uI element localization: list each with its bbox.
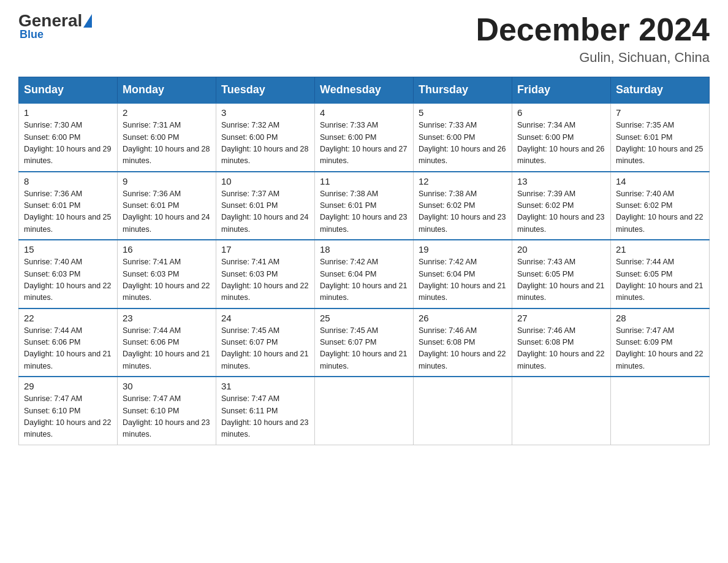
day-number: 16 xyxy=(123,244,211,255)
day-info: Sunrise: 7:44 AMSunset: 6:06 PMDaylight:… xyxy=(24,325,112,373)
page-header: General Blue December 2024 Gulin, Sichua… xyxy=(18,12,710,66)
day-number: 9 xyxy=(123,176,211,186)
day-number: 8 xyxy=(24,176,112,186)
day-number: 7 xyxy=(616,107,704,118)
calendar-day-cell: 9Sunrise: 7:36 AMSunset: 6:01 PMDaylight… xyxy=(118,172,216,240)
day-info: Sunrise: 7:47 AMSunset: 6:11 PMDaylight:… xyxy=(221,393,309,441)
calendar-day-cell: 23Sunrise: 7:44 AMSunset: 6:06 PMDayligh… xyxy=(118,308,216,377)
calendar-day-cell xyxy=(315,377,414,445)
weekday-header-sunday: Sunday xyxy=(19,77,118,104)
calendar-week-row: 15Sunrise: 7:40 AMSunset: 6:03 PMDayligh… xyxy=(19,240,710,308)
day-number: 21 xyxy=(616,244,704,255)
day-number: 28 xyxy=(616,313,704,323)
day-number: 26 xyxy=(419,313,507,323)
day-info: Sunrise: 7:47 AMSunset: 6:10 PMDaylight:… xyxy=(123,393,211,441)
calendar-day-cell: 12Sunrise: 7:38 AMSunset: 6:02 PMDayligh… xyxy=(414,172,512,240)
day-info: Sunrise: 7:41 AMSunset: 6:03 PMDaylight:… xyxy=(221,256,309,304)
day-info: Sunrise: 7:39 AMSunset: 6:02 PMDaylight:… xyxy=(517,188,605,236)
calendar-day-cell: 6Sunrise: 7:34 AMSunset: 6:00 PMDaylight… xyxy=(512,103,611,172)
calendar-day-cell: 7Sunrise: 7:35 AMSunset: 6:01 PMDaylight… xyxy=(611,103,710,172)
calendar-day-cell xyxy=(414,377,512,445)
day-info: Sunrise: 7:35 AMSunset: 6:01 PMDaylight:… xyxy=(616,120,704,167)
calendar-day-cell: 29Sunrise: 7:47 AMSunset: 6:10 PMDayligh… xyxy=(19,377,118,445)
day-number: 14 xyxy=(616,176,704,186)
day-number: 1 xyxy=(24,107,112,118)
calendar-day-cell: 14Sunrise: 7:40 AMSunset: 6:02 PMDayligh… xyxy=(611,172,710,240)
calendar-day-cell: 10Sunrise: 7:37 AMSunset: 6:01 PMDayligh… xyxy=(216,172,315,240)
day-info: Sunrise: 7:46 AMSunset: 6:08 PMDaylight:… xyxy=(517,325,605,373)
day-info: Sunrise: 7:33 AMSunset: 6:00 PMDaylight:… xyxy=(419,120,507,167)
day-number: 27 xyxy=(517,313,605,323)
day-number: 20 xyxy=(517,244,605,255)
day-info: Sunrise: 7:30 AMSunset: 6:00 PMDaylight:… xyxy=(24,120,112,167)
calendar-day-cell: 17Sunrise: 7:41 AMSunset: 6:03 PMDayligh… xyxy=(216,240,315,308)
day-number: 23 xyxy=(123,313,211,323)
calendar-week-row: 22Sunrise: 7:44 AMSunset: 6:06 PMDayligh… xyxy=(19,308,710,377)
calendar-day-cell: 5Sunrise: 7:33 AMSunset: 6:00 PMDaylight… xyxy=(414,103,512,172)
calendar-day-cell: 1Sunrise: 7:30 AMSunset: 6:00 PMDaylight… xyxy=(19,103,118,172)
day-info: Sunrise: 7:41 AMSunset: 6:03 PMDaylight:… xyxy=(123,256,211,304)
calendar-day-cell: 3Sunrise: 7:32 AMSunset: 6:00 PMDaylight… xyxy=(216,103,315,172)
day-info: Sunrise: 7:44 AMSunset: 6:05 PMDaylight:… xyxy=(616,256,704,304)
calendar-day-cell: 2Sunrise: 7:31 AMSunset: 6:00 PMDaylight… xyxy=(118,103,216,172)
calendar-day-cell: 15Sunrise: 7:40 AMSunset: 6:03 PMDayligh… xyxy=(19,240,118,308)
calendar-day-cell: 26Sunrise: 7:46 AMSunset: 6:08 PMDayligh… xyxy=(414,308,512,377)
calendar-day-cell: 31Sunrise: 7:47 AMSunset: 6:11 PMDayligh… xyxy=(216,377,315,445)
calendar-day-cell: 27Sunrise: 7:46 AMSunset: 6:08 PMDayligh… xyxy=(512,308,611,377)
day-info: Sunrise: 7:31 AMSunset: 6:00 PMDaylight:… xyxy=(123,120,211,167)
calendar-day-cell: 18Sunrise: 7:42 AMSunset: 6:04 PMDayligh… xyxy=(315,240,414,308)
logo-general-text: General xyxy=(18,12,82,29)
day-number: 3 xyxy=(221,107,309,118)
day-info: Sunrise: 7:36 AMSunset: 6:01 PMDaylight:… xyxy=(123,188,211,236)
logo: General Blue xyxy=(18,12,92,41)
calendar-day-cell: 25Sunrise: 7:45 AMSunset: 6:07 PMDayligh… xyxy=(315,308,414,377)
calendar-day-cell: 16Sunrise: 7:41 AMSunset: 6:03 PMDayligh… xyxy=(118,240,216,308)
day-number: 19 xyxy=(419,244,507,255)
weekday-header-wednesday: Wednesday xyxy=(315,77,414,104)
day-info: Sunrise: 7:32 AMSunset: 6:00 PMDaylight:… xyxy=(221,120,309,167)
calendar-week-row: 29Sunrise: 7:47 AMSunset: 6:10 PMDayligh… xyxy=(19,377,710,445)
day-info: Sunrise: 7:36 AMSunset: 6:01 PMDaylight:… xyxy=(24,188,112,236)
calendar-day-cell: 19Sunrise: 7:42 AMSunset: 6:04 PMDayligh… xyxy=(414,240,512,308)
location-title: Gulin, Sichuan, China xyxy=(476,50,710,66)
weekday-header-tuesday: Tuesday xyxy=(216,77,315,104)
month-title: December 2024 xyxy=(476,12,710,47)
calendar-day-cell: 8Sunrise: 7:36 AMSunset: 6:01 PMDaylight… xyxy=(19,172,118,240)
day-number: 10 xyxy=(221,176,309,186)
calendar-table: SundayMondayTuesdayWednesdayThursdayFrid… xyxy=(18,77,710,445)
calendar-day-cell xyxy=(611,377,710,445)
day-info: Sunrise: 7:34 AMSunset: 6:00 PMDaylight:… xyxy=(517,120,605,167)
day-info: Sunrise: 7:45 AMSunset: 6:07 PMDaylight:… xyxy=(221,325,309,373)
calendar-title-area: December 2024 Gulin, Sichuan, China xyxy=(476,12,710,66)
day-info: Sunrise: 7:38 AMSunset: 6:02 PMDaylight:… xyxy=(419,188,507,236)
day-info: Sunrise: 7:47 AMSunset: 6:10 PMDaylight:… xyxy=(24,393,112,441)
calendar-day-cell xyxy=(512,377,611,445)
day-number: 18 xyxy=(320,244,408,255)
weekday-header-friday: Friday xyxy=(512,77,611,104)
day-number: 17 xyxy=(221,244,309,255)
day-info: Sunrise: 7:33 AMSunset: 6:00 PMDaylight:… xyxy=(320,120,408,167)
day-number: 4 xyxy=(320,107,408,118)
logo-blue-text: Blue xyxy=(20,28,44,41)
day-number: 5 xyxy=(419,107,507,118)
calendar-day-cell: 13Sunrise: 7:39 AMSunset: 6:02 PMDayligh… xyxy=(512,172,611,240)
day-number: 13 xyxy=(517,176,605,186)
day-number: 12 xyxy=(419,176,507,186)
day-number: 25 xyxy=(320,313,408,323)
day-info: Sunrise: 7:40 AMSunset: 6:03 PMDaylight:… xyxy=(24,256,112,304)
day-info: Sunrise: 7:47 AMSunset: 6:09 PMDaylight:… xyxy=(616,325,704,373)
weekday-header-monday: Monday xyxy=(118,77,216,104)
calendar-day-cell: 4Sunrise: 7:33 AMSunset: 6:00 PMDaylight… xyxy=(315,103,414,172)
day-info: Sunrise: 7:38 AMSunset: 6:01 PMDaylight:… xyxy=(320,188,408,236)
calendar-day-cell: 20Sunrise: 7:43 AMSunset: 6:05 PMDayligh… xyxy=(512,240,611,308)
day-info: Sunrise: 7:42 AMSunset: 6:04 PMDaylight:… xyxy=(419,256,507,304)
day-info: Sunrise: 7:43 AMSunset: 6:05 PMDaylight:… xyxy=(517,256,605,304)
day-number: 22 xyxy=(24,313,112,323)
weekday-header-thursday: Thursday xyxy=(414,77,512,104)
day-info: Sunrise: 7:37 AMSunset: 6:01 PMDaylight:… xyxy=(221,188,309,236)
day-info: Sunrise: 7:45 AMSunset: 6:07 PMDaylight:… xyxy=(320,325,408,373)
calendar-day-cell: 30Sunrise: 7:47 AMSunset: 6:10 PMDayligh… xyxy=(118,377,216,445)
day-info: Sunrise: 7:44 AMSunset: 6:06 PMDaylight:… xyxy=(123,325,211,373)
calendar-week-row: 1Sunrise: 7:30 AMSunset: 6:00 PMDaylight… xyxy=(19,103,710,172)
day-info: Sunrise: 7:42 AMSunset: 6:04 PMDaylight:… xyxy=(320,256,408,304)
